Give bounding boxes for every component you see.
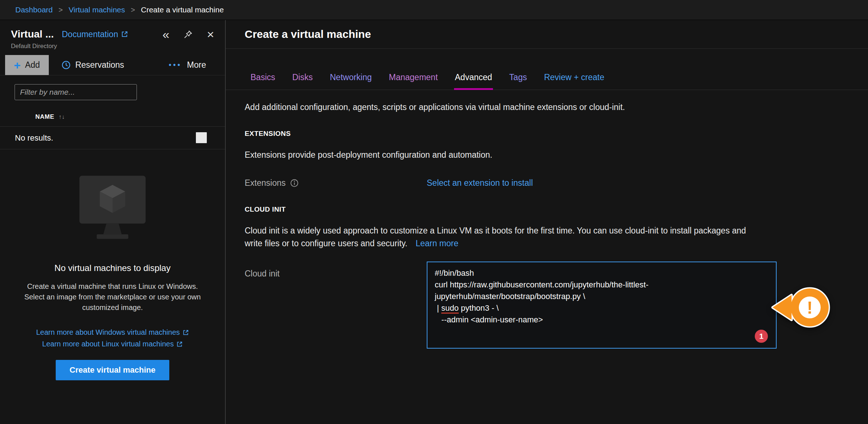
extensions-field-row: Extensions Select an extension to instal… xyxy=(245,178,868,188)
cloud-init-textarea[interactable]: #!/bin/bashcurl https://raw.githubuserco… xyxy=(427,262,777,349)
external-link-icon xyxy=(121,31,128,38)
learn-more-link[interactable]: Learn more xyxy=(415,239,458,248)
breadcrumb: Dashboard>Virtual machines>Create a virt… xyxy=(0,0,868,20)
no-results-label: No results. xyxy=(15,133,53,143)
name-column-header[interactable]: NAME ↑↓ xyxy=(0,100,225,127)
external-link-icon xyxy=(176,341,183,348)
create-vm-content: Create a virtual machine BasicsDisksNetw… xyxy=(226,20,868,424)
page-header: Create a virtual machine xyxy=(226,20,868,49)
tab-networking[interactable]: Networking xyxy=(329,72,372,90)
empty-state-description: Create a virtual machine that runs Linux… xyxy=(16,281,209,313)
tab-basics[interactable]: Basics xyxy=(250,72,276,90)
tab-management[interactable]: Management xyxy=(388,72,438,90)
select-checkbox[interactable] xyxy=(196,132,207,143)
advanced-tab-panel: Add additional configuration, agents, sc… xyxy=(226,90,868,349)
misspelled-word: sudo xyxy=(441,303,459,314)
more-button[interactable]: ••• More xyxy=(167,55,208,75)
sort-icon: ↑↓ xyxy=(59,114,65,120)
code-line: jupyterhub/master/bootstrap/bootstrap.py… xyxy=(435,291,769,302)
extensions-field-label: Extensions xyxy=(245,178,427,188)
empty-state: No virtual machines to display Create a … xyxy=(0,149,225,380)
vm-monitor-illustration xyxy=(74,173,151,246)
blade-title: Virtual ... xyxy=(11,28,54,40)
breadcrumb-trail: Dashboard>Virtual machines>Create a virt… xyxy=(15,5,224,14)
learn-more-link[interactable]: Learn more about Windows virtual machine… xyxy=(36,328,189,337)
code-line: #!/bin/bash xyxy=(435,267,769,279)
pin-icon[interactable] xyxy=(183,30,193,39)
documentation-label: Documentation xyxy=(62,30,118,39)
info-icon[interactable] xyxy=(290,179,299,187)
add-button[interactable]: + Add xyxy=(5,55,49,75)
filter-input[interactable] xyxy=(15,84,137,100)
reservations-label: Reservations xyxy=(75,60,124,70)
annotation-pointer-icon: ! xyxy=(770,285,832,330)
cloud-init-section-header: CLOUD INIT xyxy=(245,205,868,213)
extensions-description: Extensions provide post-deployment confi… xyxy=(245,149,754,161)
filter-container xyxy=(15,84,225,100)
cloud-init-description: Cloud init is a widely used approach to … xyxy=(245,224,754,250)
more-label: More xyxy=(187,60,206,70)
no-results-row: No results. xyxy=(0,127,225,149)
name-header-label: NAME xyxy=(35,113,54,121)
intro-text: Add additional configuration, agents, sc… xyxy=(245,102,868,112)
directory-label: Default Directory xyxy=(11,43,214,50)
tab-disks[interactable]: Disks xyxy=(292,72,313,90)
close-icon[interactable]: × xyxy=(207,28,214,40)
breadcrumb-item[interactable]: Virtual machines xyxy=(68,5,125,14)
cloud-init-field-label: Cloud init xyxy=(245,262,427,279)
blade-toolbar: + Add Reservations ••• More xyxy=(0,55,225,75)
code-line: | sudo python3 - \ xyxy=(435,302,769,314)
learn-more-link[interactable]: Learn more about Linux virtual machines xyxy=(42,340,183,348)
reservations-button[interactable]: Reservations xyxy=(59,55,126,75)
page-title: Create a virtual machine xyxy=(245,28,371,40)
breadcrumb-item[interactable]: Dashboard xyxy=(15,5,53,14)
documentation-link[interactable]: Documentation xyxy=(62,30,129,39)
code-line: --admin <admin-user-name> xyxy=(435,314,769,326)
create-virtual-machine-button[interactable]: Create virtual machine xyxy=(56,360,169,380)
external-link-icon xyxy=(182,329,189,336)
cloud-init-field: #!/bin/bashcurl https://raw.githubuserco… xyxy=(427,262,777,349)
blade-header: Virtual ... Documentation « xyxy=(0,20,225,55)
collapse-blade-icon[interactable]: « xyxy=(162,28,169,40)
tab-advanced[interactable]: Advanced xyxy=(454,72,493,90)
select-extension-link[interactable]: Select an extension to install xyxy=(427,178,533,188)
extensions-section-header: EXTENSIONS xyxy=(245,130,868,138)
tab-review-create[interactable]: Review + create xyxy=(543,72,605,90)
ellipsis-icon: ••• xyxy=(169,61,182,69)
annotation-step-badge: 1 xyxy=(755,330,768,343)
breadcrumb-item: Create a virtual machine xyxy=(141,5,224,14)
learn-more-links: Learn more about Windows virtual machine… xyxy=(0,328,225,348)
cloud-init-field-row: Cloud init #!/bin/bashcurl https://raw.g… xyxy=(245,262,868,349)
code-line: curl https://raw.githubusercontent.com/j… xyxy=(435,279,769,291)
tab-strip: BasicsDisksNetworkingManagementAdvancedT… xyxy=(226,49,868,90)
virtual-machines-blade: Virtual ... Documentation « xyxy=(0,20,226,424)
clock-icon xyxy=(61,60,71,70)
breadcrumb-separator-icon: > xyxy=(59,6,63,14)
tab-tags[interactable]: Tags xyxy=(509,72,528,90)
breadcrumb-separator-icon: > xyxy=(131,6,135,14)
empty-state-title: No virtual machines to display xyxy=(0,263,225,273)
plus-icon: + xyxy=(14,59,21,71)
svg-text:!: ! xyxy=(807,298,813,317)
add-button-label: Add xyxy=(25,60,40,70)
